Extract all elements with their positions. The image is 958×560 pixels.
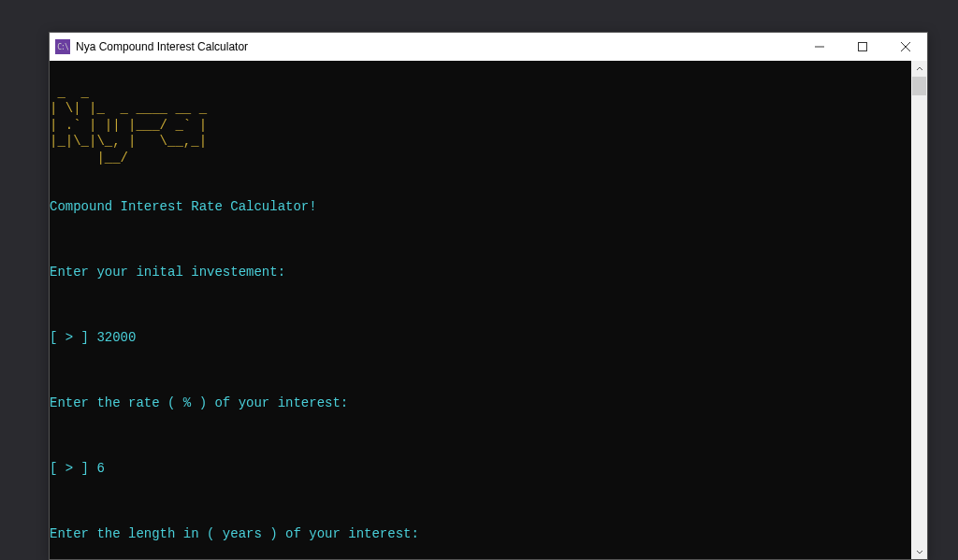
vertical-scrollbar[interactable] (911, 61, 927, 559)
terminal-output[interactable]: _ _ | \| |_ _ ____ __ _ | .` | || |___/ … (50, 61, 911, 559)
prompt-rate: Enter the rate ( % ) of your interest: (50, 395, 911, 412)
scroll-up-arrow-icon[interactable] (911, 61, 927, 77)
heading-line: Compound Interest Rate Calculator! (50, 199, 911, 216)
prompt-investment: Enter your inital investement: (50, 265, 911, 281)
app-icon: C:\ (55, 39, 70, 54)
scrollbar-thumb[interactable] (912, 77, 926, 95)
blank-line (50, 363, 911, 380)
blank-line (50, 428, 911, 445)
blank-line (50, 166, 911, 183)
ascii-art-logo: _ _ | \| |_ _ ____ __ _ | .` | || |___/ … (50, 85, 214, 165)
terminal-container: _ _ | \| |_ _ ____ __ _ | .` | || |___/ … (50, 61, 927, 559)
svg-rect-1 (859, 43, 867, 51)
prompt-years: Enter the length in ( years ) of your in… (50, 526, 911, 543)
blank-line (50, 232, 911, 249)
blank-line (50, 297, 911, 314)
maximize-button[interactable] (841, 33, 884, 61)
close-button[interactable] (884, 33, 927, 61)
app-window: C:\ Nya Compound Interest Calculator _ _… (49, 32, 928, 560)
window-controls (798, 33, 927, 61)
blank-line (50, 494, 911, 510)
window-title: Nya Compound Interest Calculator (76, 40, 248, 53)
minimize-button[interactable] (798, 33, 841, 61)
input-rate: [ > ] 6 (50, 461, 911, 478)
input-investment: [ > ] 32000 (50, 330, 911, 347)
scroll-down-arrow-icon[interactable] (911, 543, 927, 559)
titlebar[interactable]: C:\ Nya Compound Interest Calculator (50, 33, 927, 61)
